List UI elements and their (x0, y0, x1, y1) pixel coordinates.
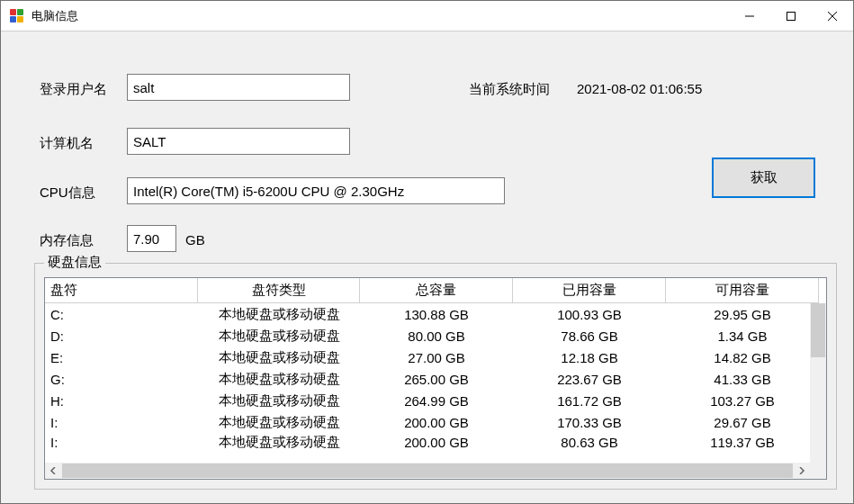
col-drive[interactable]: 盘符 (45, 278, 198, 303)
disk-group-label: 硬盘信息 (44, 254, 105, 271)
close-button[interactable] (812, 1, 853, 32)
cell-type: 本地硬盘或移动硬盘 (198, 346, 360, 368)
disk-grid: 盘符 盘符类型 总容量 已用容量 可用容量 C:本地硬盘或移动硬盘130.88 … (44, 277, 827, 480)
cell-free: 119.37 GB (666, 433, 819, 451)
cell-free: 1.34 GB (666, 325, 819, 346)
computer-field[interactable] (127, 128, 350, 155)
cell-drive: I: (45, 411, 198, 433)
cell-total: 264.99 GB (360, 390, 513, 411)
table-row[interactable]: D:本地硬盘或移动硬盘80.00 GB78.66 GB1.34 GB (45, 325, 826, 346)
cell-total: 27.00 GB (360, 346, 513, 368)
table-row[interactable]: I:本地硬盘或移动硬盘200.00 GB80.63 GB119.37 GB (45, 433, 826, 454)
cell-total: 130.88 GB (360, 303, 513, 325)
maximize-button[interactable] (770, 1, 812, 32)
username-label: 登录用户名 (40, 81, 107, 98)
disk-grid-header: 盘符 盘符类型 总容量 已用容量 可用容量 (45, 278, 826, 303)
cell-used: 223.67 GB (513, 368, 666, 390)
cell-used: 12.18 GB (513, 346, 666, 368)
cell-free: 103.27 GB (666, 390, 819, 411)
cell-type: 本地硬盘或移动硬盘 (198, 303, 360, 325)
cell-drive: I: (45, 433, 198, 451)
cell-free: 29.67 GB (666, 411, 819, 433)
scroll-corner (810, 463, 826, 479)
cpu-label: CPU信息 (40, 184, 95, 202)
table-row[interactable]: G:本地硬盘或移动硬盘265.00 GB223.67 GB41.33 GB (45, 368, 826, 390)
col-free[interactable]: 可用容量 (666, 278, 819, 303)
cell-drive: C: (45, 303, 198, 325)
cell-type: 本地硬盘或移动硬盘 (198, 390, 360, 411)
cell-total: 265.00 GB (360, 368, 513, 390)
systime-value: 2021-08-02 01:06:55 (577, 81, 702, 96)
cell-used: 78.66 GB (513, 325, 666, 346)
cell-type: 本地硬盘或移动硬盘 (198, 325, 360, 346)
app-icon (10, 9, 24, 23)
memory-label: 内存信息 (40, 232, 94, 249)
cell-drive: E: (45, 346, 198, 368)
svg-rect-1 (787, 12, 796, 20)
disk-groupbox: 硬盘信息 盘符 盘符类型 总容量 已用容量 可用容量 C:本地硬盘或移动硬盘13… (34, 263, 837, 490)
titlebar: 电脑信息 (1, 1, 853, 32)
cell-type: 本地硬盘或移动硬盘 (198, 411, 360, 433)
vertical-scrollbar[interactable] (810, 303, 826, 463)
cpu-field[interactable] (127, 177, 505, 204)
table-row[interactable]: H:本地硬盘或移动硬盘264.99 GB161.72 GB103.27 GB (45, 390, 826, 411)
col-type[interactable]: 盘符类型 (198, 278, 360, 303)
memory-unit-label: GB (185, 232, 205, 248)
cell-free: 14.82 GB (666, 346, 819, 368)
cell-used: 170.33 GB (513, 411, 666, 433)
memory-field[interactable] (127, 225, 176, 252)
window-title: 电脑信息 (31, 8, 78, 24)
minimize-button[interactable] (729, 1, 770, 32)
cell-total: 200.00 GB (360, 411, 513, 433)
col-used[interactable]: 已用容量 (513, 278, 666, 303)
client-area: 登录用户名 计算机名 CPU信息 内存信息 GB 当前系统时间 2021-08-… (1, 32, 853, 503)
cell-total: 80.00 GB (360, 325, 513, 346)
cell-free: 41.33 GB (666, 368, 819, 390)
cell-type: 本地硬盘或移动硬盘 (198, 433, 360, 451)
cell-drive: G: (45, 368, 198, 390)
table-row[interactable]: I:本地硬盘或移动硬盘200.00 GB170.33 GB29.67 GB (45, 411, 826, 433)
scroll-right-icon[interactable] (794, 463, 810, 479)
app-window: 电脑信息 登录用户名 计算机名 CPU信息 内存信息 GB 当前系统时间 202… (0, 0, 854, 504)
cell-type: 本地硬盘或移动硬盘 (198, 368, 360, 390)
disk-grid-body: C:本地硬盘或移动硬盘130.88 GB100.93 GB29.95 GBD:本… (45, 303, 826, 479)
cell-drive: D: (45, 325, 198, 346)
cell-used: 80.63 GB (513, 433, 666, 451)
cell-free: 29.95 GB (666, 303, 819, 325)
col-total[interactable]: 总容量 (360, 278, 513, 303)
cell-total: 200.00 GB (360, 433, 513, 451)
fetch-button[interactable]: 获取 (712, 158, 815, 198)
horizontal-scroll-thumb[interactable] (62, 464, 793, 478)
computer-label: 计算机名 (40, 135, 94, 152)
horizontal-scrollbar[interactable] (45, 463, 810, 479)
table-row[interactable]: E:本地硬盘或移动硬盘27.00 GB12.18 GB14.82 GB (45, 346, 826, 368)
vertical-scroll-thumb[interactable] (811, 303, 825, 357)
scroll-left-icon[interactable] (45, 463, 61, 479)
systime-label: 当前系统时间 (469, 81, 550, 98)
username-field[interactable] (127, 74, 350, 101)
table-row[interactable]: C:本地硬盘或移动硬盘130.88 GB100.93 GB29.95 GB (45, 303, 826, 325)
cell-used: 100.93 GB (513, 303, 666, 325)
cell-used: 161.72 GB (513, 390, 666, 411)
cell-drive: H: (45, 390, 198, 411)
